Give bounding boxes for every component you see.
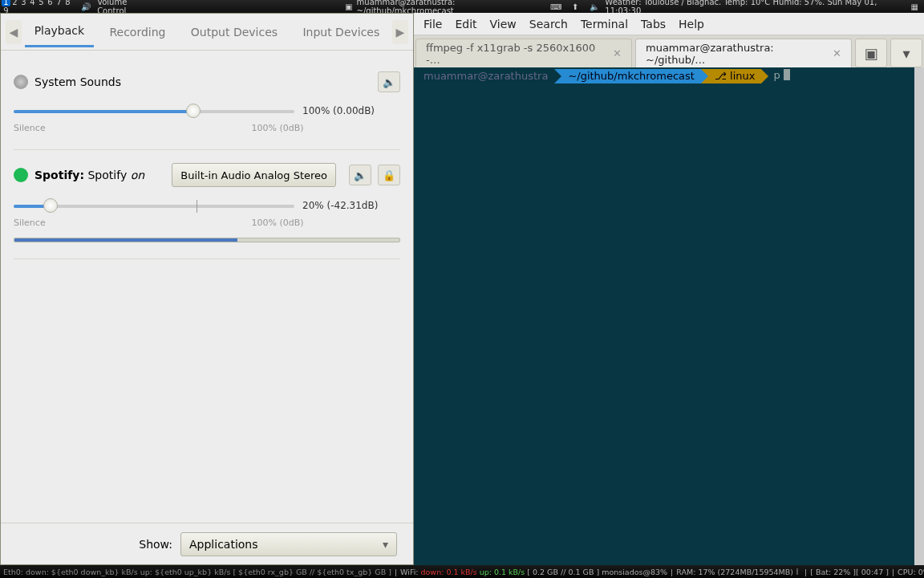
volume-readout: 20% (-42.31dB) <box>302 200 378 211</box>
close-icon[interactable]: ✕ <box>613 47 622 59</box>
tab-output-devices[interactable]: Output Devices <box>181 18 287 47</box>
new-tab-button[interactable]: ▣ <box>855 39 887 67</box>
terminal-tab-mkchromecast[interactable]: muammar@zarathustra: ~/github/… ✕ <box>635 39 852 67</box>
prompt-user: muammar@zarathustra <box>417 69 554 83</box>
system-sounds-icon <box>14 75 28 89</box>
prompt-branch: ⎇ linux <box>708 69 762 83</box>
menu-terminal[interactable]: Terminal <box>581 18 628 31</box>
mute-button[interactable]: 🔈 <box>349 165 371 185</box>
show-label: Show: <box>139 538 172 551</box>
menu-help[interactable]: Help <box>679 18 704 31</box>
tab-playback[interactable]: Playback <box>25 16 94 47</box>
workspace-7[interactable]: 7 <box>55 0 63 6</box>
tab-menu-dropdown[interactable]: ▾ <box>890 39 922 67</box>
vu-meter <box>14 238 400 242</box>
menu-edit[interactable]: Edit <box>455 18 476 31</box>
stream-title: System Sounds <box>34 75 371 88</box>
volume-readout: 100% (0.00dB) <box>302 105 375 116</box>
workspace-8[interactable]: 8 <box>63 0 72 6</box>
label-silence: Silence <box>14 123 46 133</box>
cursor <box>784 69 790 80</box>
volume-slider-spotify[interactable] <box>14 197 294 214</box>
pav-tabset: Playback Recording Output Devices Input … <box>22 16 392 47</box>
tab-input-devices[interactable]: Input Devices <box>293 18 389 47</box>
volume-slider-sys[interactable] <box>14 102 294 120</box>
terminal-icon: ▣ <box>343 1 355 12</box>
typed-command: p <box>768 69 780 83</box>
prompt-path: ~/github/mkchromecast <box>561 69 701 83</box>
terminal-window: File Edit View Search Terminal Tabs Help… <box>414 13 924 565</box>
workspace-5[interactable]: 5 <box>37 0 46 6</box>
menubar: File Edit View Search Terminal Tabs Help <box>414 13 924 35</box>
updates-icon[interactable]: ⬆ <box>569 1 580 12</box>
stream-system-sounds: System Sounds 🔈 100% (0.00dB) Silence 10… <box>14 59 400 150</box>
tab-recording[interactable]: Recording <box>99 18 175 47</box>
ram-bar <box>796 568 798 575</box>
menu-search[interactable]: Search <box>529 18 568 31</box>
menu-view[interactable]: View <box>490 18 517 31</box>
mute-button[interactable]: 🔈 <box>378 71 400 92</box>
stream-spotify: Spotify: Spotify on Built-in Audio Analo… <box>14 150 400 259</box>
terminal-viewport[interactable]: muammar@zarathustra ~/github/mkchromecas… <box>414 67 924 565</box>
lock-channels-button[interactable]: 🔒 <box>378 165 400 185</box>
label-silence: Silence <box>14 218 46 228</box>
volume-control-window: ◀ Playback Recording Output Devices Inpu… <box>0 13 414 565</box>
keyboard-icon[interactable]: ⌨ <box>550 1 561 12</box>
menu-file[interactable]: File <box>424 18 442 31</box>
stream-title: Spotify: Spotify on <box>34 169 165 181</box>
volume-icon: 🔊 <box>81 1 92 12</box>
close-icon[interactable]: ✕ <box>833 47 841 59</box>
scrollbar[interactable] <box>914 67 924 565</box>
tabs-left-arrow[interactable]: ◀ <box>6 20 22 44</box>
terminal-tab-ffmpeg[interactable]: ffmpeg -f x11grab -s 2560x1600 -… ✕ <box>415 39 632 67</box>
spotify-icon <box>14 168 28 182</box>
workspace-6[interactable]: 6 <box>46 0 55 6</box>
show-filter-select[interactable]: Applications ▾ <box>180 532 397 556</box>
menu-icon[interactable]: ▦ <box>910 1 920 12</box>
output-device-select[interactable]: Built-in Audio Analog Stereo <box>172 163 336 187</box>
statusbar: Eth0: down: ${eth0 down_kb} kB/s up: ${e… <box>0 565 924 578</box>
workspace-3[interactable]: 3 <box>19 0 28 6</box>
menu-tabs[interactable]: Tabs <box>641 18 666 31</box>
sound-tray-icon[interactable]: 🔈 <box>589 1 599 12</box>
tabs-right-arrow[interactable]: ▶ <box>392 20 408 44</box>
label-base: 100% (0dB) <box>251 123 303 133</box>
top-panel: 123456789 🔊 Volume Control ▣ muammar@zar… <box>0 0 924 13</box>
label-base: 100% (0dB) <box>251 218 303 228</box>
workspace-1[interactable]: 1 <box>2 0 10 6</box>
workspace-4[interactable]: 4 <box>28 0 37 6</box>
workspace-2[interactable]: 2 <box>10 0 19 6</box>
